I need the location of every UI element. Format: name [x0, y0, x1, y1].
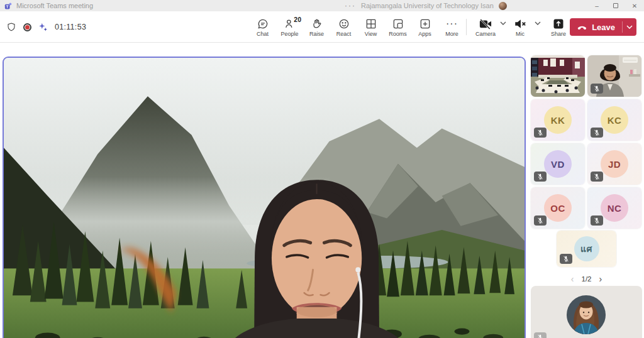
- rooms-button[interactable]: Rooms: [384, 11, 411, 43]
- close-button[interactable]: ✕: [625, 0, 644, 11]
- self-video-tile[interactable]: [531, 286, 642, 338]
- apps-button[interactable]: Apps: [411, 11, 438, 43]
- mic-options-chevron[interactable]: [533, 11, 542, 43]
- maximize-button[interactable]: [606, 0, 625, 11]
- mic-off-icon: [562, 255, 570, 263]
- apps-plus-icon: [419, 18, 431, 30]
- chevron-down-icon: [626, 25, 633, 29]
- mic-off-icon: [593, 129, 601, 136]
- titlebar-overflow-icon[interactable]: ···: [345, 1, 356, 10]
- meeting-timer: 01:11:53: [55, 23, 86, 31]
- view-button[interactable]: View: [357, 11, 384, 43]
- mic-off-icon: [536, 334, 544, 338]
- leave-options-chevron[interactable]: [623, 18, 636, 36]
- chat-button[interactable]: Chat: [249, 11, 276, 43]
- raise-label: Raise: [309, 31, 324, 37]
- titlebar: Microsoft Teams meeting ··· Rajamangala …: [0, 0, 644, 11]
- more-label: More: [445, 31, 458, 37]
- camera-toggle-button[interactable]: Camera: [473, 11, 498, 43]
- more-button[interactable]: ··· More: [438, 11, 465, 43]
- main-video-scene: [4, 58, 525, 338]
- mic-label: Mic: [516, 31, 525, 37]
- participant-initials: VD: [544, 150, 572, 178]
- mic-toggle-button[interactable]: Mic: [508, 11, 533, 43]
- share-button[interactable]: Share: [546, 11, 571, 43]
- mic-muted-badge: [534, 172, 547, 182]
- status-group: 01:11:53: [6, 11, 86, 43]
- participant-initials: KC: [601, 106, 628, 134]
- mic-off-icon: [593, 217, 601, 224]
- account-avatar[interactable]: [499, 2, 507, 10]
- participants-sidebar: KK KC VD JD OC NC แศ ‹: [531, 55, 642, 338]
- react-smiley-icon: [338, 18, 350, 30]
- mic-muted-badge: [591, 128, 603, 138]
- mic-off-icon: [536, 217, 544, 224]
- titlebar-left: Microsoft Teams meeting: [0, 2, 93, 10]
- copilot-sparkle-icon[interactable]: [38, 23, 48, 32]
- leave-label: Leave: [592, 23, 615, 32]
- conference-room-video: [531, 55, 585, 97]
- participant-tile-kk[interactable]: KK: [531, 99, 585, 141]
- chevron-down-icon: [500, 21, 506, 25]
- chat-icon: [257, 18, 269, 30]
- mic-off-icon: [593, 173, 601, 180]
- share-label: Share: [551, 31, 566, 37]
- mic-muted-badge: [591, 215, 603, 226]
- chat-label: Chat: [257, 31, 269, 37]
- meeting-title: Rajamangala University of Technology Isa…: [361, 2, 494, 9]
- rooms-label: Rooms: [389, 31, 407, 37]
- participant-initials: KK: [544, 106, 572, 134]
- meeting-stage: KK KC VD JD OC NC แศ ‹: [0, 43, 644, 338]
- raise-hand-icon: [311, 18, 323, 30]
- people-button[interactable]: 20 People: [276, 11, 303, 43]
- leave-main[interactable]: Leave: [570, 18, 622, 36]
- pager-next-icon[interactable]: ›: [599, 274, 602, 284]
- maximize-icon: [613, 3, 618, 8]
- participant-video-tile-room[interactable]: [531, 55, 585, 97]
- window-controls: – ✕: [587, 0, 644, 11]
- mic-muted-badge: [534, 128, 547, 138]
- camera-label: Camera: [475, 31, 496, 37]
- participant-initials: แศ: [574, 236, 599, 261]
- mic-muted-badge: [534, 332, 547, 338]
- participants-pager: ‹ 1/2 ›: [531, 274, 642, 284]
- view-label: View: [365, 31, 377, 37]
- participant-tile-nc[interactable]: NC: [587, 187, 641, 229]
- camera-options-chevron[interactable]: [498, 11, 508, 43]
- view-grid-icon: [365, 18, 377, 30]
- teams-meeting-window: { "window": { "app_title": "Microsoft Te…: [0, 0, 644, 338]
- participant-tile-jd[interactable]: JD: [587, 143, 641, 185]
- participant-initials: NC: [601, 194, 628, 222]
- recording-indicator-icon: [23, 23, 31, 31]
- pager-label: 1/2: [582, 275, 592, 283]
- toolbar-divider: [466, 19, 467, 35]
- react-label: React: [336, 31, 352, 37]
- chevron-down-icon: [535, 21, 541, 25]
- participant-tile-oc[interactable]: OC: [531, 187, 585, 229]
- recording-dot: [25, 25, 30, 30]
- main-speaker-video-tile[interactable]: [3, 57, 526, 338]
- hangup-phone-icon: [577, 23, 587, 31]
- mic-muted-badge: [591, 84, 603, 94]
- self-avatar-photo: [567, 295, 606, 334]
- participant-initials: JD: [601, 150, 628, 178]
- meeting-toolbar: 01:11:53 Chat 20 People Raise: [0, 11, 644, 43]
- minimize-button[interactable]: –: [587, 0, 606, 11]
- participant-video-tile-speaker2[interactable]: [587, 55, 641, 97]
- mic-muted-badge: [560, 254, 572, 264]
- mic-muted-icon: [513, 18, 527, 30]
- react-button[interactable]: React: [330, 11, 357, 43]
- device-controls: Camera Mic Share: [473, 11, 571, 43]
- pager-prev-icon[interactable]: ‹: [571, 274, 574, 284]
- participant-tile-thai[interactable]: แศ: [557, 231, 616, 267]
- rooms-icon: [392, 18, 404, 30]
- toolbar-actions: Chat 20 People Raise React: [249, 11, 465, 43]
- participant-tile-kc[interactable]: KC: [587, 99, 641, 141]
- app-title: Microsoft Teams meeting: [16, 2, 93, 9]
- leave-button[interactable]: Leave: [570, 18, 636, 36]
- raise-hand-button[interactable]: Raise: [303, 11, 330, 43]
- apps-label: Apps: [418, 31, 431, 37]
- participant-tile-vd[interactable]: VD: [531, 143, 585, 185]
- shield-icon[interactable]: [6, 22, 16, 32]
- mic-off-icon: [536, 173, 544, 180]
